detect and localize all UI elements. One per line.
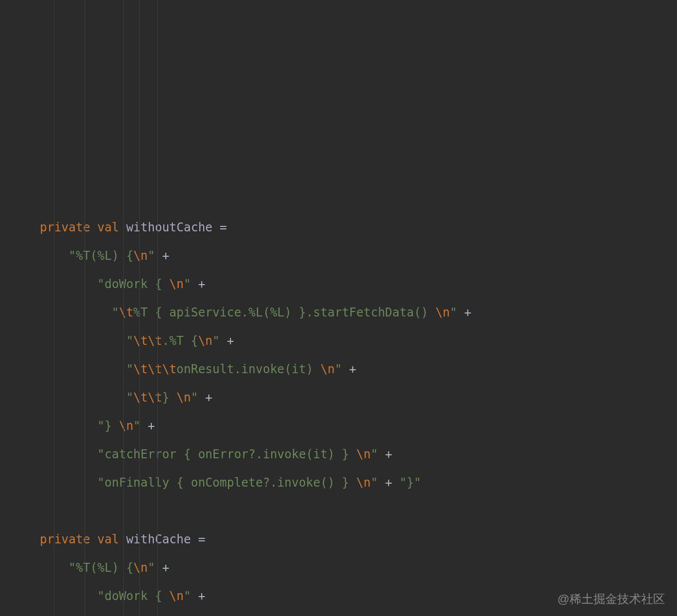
code-token: [40, 362, 126, 376]
code-token: +: [155, 561, 176, 575]
code-token: \n: [177, 391, 191, 405]
code-line[interactable]: "%T(%L) {\n" +: [40, 554, 677, 582]
indent-guide: [54, 0, 54, 616]
code-token: ": [184, 589, 191, 603]
indent-guide: [85, 0, 85, 616]
code-token: +: [191, 277, 212, 291]
code-token: }: [162, 391, 177, 405]
code-line[interactable]: private val withCache =: [40, 525, 677, 554]
code-token: +: [220, 334, 241, 348]
code-token: \n: [198, 334, 213, 348]
code-token: +: [198, 391, 220, 405]
code-token: ": [148, 561, 155, 575]
code-token: +: [191, 589, 212, 603]
indent-guide: [157, 0, 158, 616]
code-line[interactable]: "onFinally { onComplete?.invoke() } \n" …: [40, 469, 677, 497]
code-token: [40, 277, 98, 291]
code-body: private val withoutCache = "%T(%L) {\n" …: [40, 213, 677, 616]
code-token: val: [98, 532, 119, 546]
code-token: onResult.invoke(it): [177, 362, 321, 376]
code-token: +: [155, 249, 176, 263]
code-token: "onFinally { onComplete?.invoke() }: [98, 476, 356, 490]
code-token: [119, 220, 126, 234]
code-line[interactable]: "\t\t\tonResult.invoke(it) \n" +: [40, 355, 677, 384]
code-token: \n: [119, 419, 133, 433]
code-token: +: [378, 476, 399, 490]
code-token: \n: [169, 277, 184, 291]
code-token: \n: [133, 561, 148, 575]
code-token: ": [191, 391, 198, 405]
code-token: [40, 476, 98, 490]
code-token: ": [148, 249, 155, 263]
indent-guide: [123, 0, 124, 616]
code-token: +: [457, 306, 478, 319]
code-token: [40, 391, 126, 405]
code-token: \n: [356, 476, 371, 490]
code-token: ": [371, 447, 378, 461]
code-token: \n: [169, 589, 184, 603]
code-token: private: [40, 220, 90, 234]
watermark: @稀土掘金技术社区: [558, 591, 665, 607]
code-token: +: [342, 362, 363, 376]
code-token: \n: [356, 447, 371, 461]
code-token: +: [378, 447, 399, 461]
code-token: \n: [133, 249, 148, 263]
code-token: [90, 532, 97, 546]
code-token: [119, 532, 126, 546]
code-token: ": [126, 334, 133, 348]
code-token: .%T {: [162, 334, 198, 348]
code-line[interactable]: "doWork { \n" +: [40, 270, 677, 299]
code-token: =: [191, 532, 212, 546]
code-token: ": [371, 476, 378, 490]
code-token: ": [335, 362, 341, 376]
code-token: ": [184, 277, 191, 291]
code-token: "doWork {: [98, 277, 170, 291]
code-line[interactable]: "catchError { onError?.invoke(it) } \n" …: [40, 440, 677, 469]
code-token: =: [213, 220, 234, 234]
code-line[interactable]: [40, 497, 677, 525]
code-line[interactable]: private val withoutCache =: [40, 213, 677, 242]
code-token: %T { apiService.%L(%L) }.startFetchData(…: [133, 306, 436, 319]
code-token: "doWork {: [98, 589, 170, 603]
code-token: ": [112, 306, 119, 319]
code-token: [40, 334, 126, 348]
code-token: "}: [98, 419, 119, 433]
code-token: ": [213, 334, 220, 348]
code-line[interactable]: "\t%T { apiService.%L(%L) }.startFetchDa…: [40, 299, 677, 327]
indent-guide: [139, 0, 140, 616]
code-token: ": [126, 391, 133, 405]
code-line[interactable]: "\t\t.%T {\n" +: [40, 327, 677, 355]
code-line[interactable]: "%T(%L) {\n" +: [40, 242, 677, 270]
code-token: +: [140, 419, 162, 433]
code-editor[interactable]: private val withoutCache = "%T(%L) {\n" …: [0, 0, 677, 616]
code-token: [40, 419, 98, 433]
code-token: ": [450, 306, 457, 319]
code-token: [40, 306, 112, 319]
code-token: [90, 220, 97, 234]
code-line[interactable]: "\t%T { apiService.%L(%L) }.$startFetchD…: [40, 611, 677, 616]
code-token: \n: [321, 362, 335, 376]
code-token: \t: [119, 306, 133, 319]
code-line[interactable]: "\t\t} \n" +: [40, 384, 677, 412]
code-token: "catchError { onError?.invoke(it) }: [98, 447, 356, 461]
code-token: private: [40, 532, 90, 546]
code-line[interactable]: "} \n" +: [40, 412, 677, 440]
code-token: ": [126, 362, 133, 376]
code-token: withCache: [126, 532, 191, 546]
code-token: \n: [436, 306, 450, 319]
code-token: [40, 447, 98, 461]
code-token: "}": [399, 476, 421, 490]
code-token: val: [98, 220, 119, 234]
code-token: [40, 589, 98, 603]
